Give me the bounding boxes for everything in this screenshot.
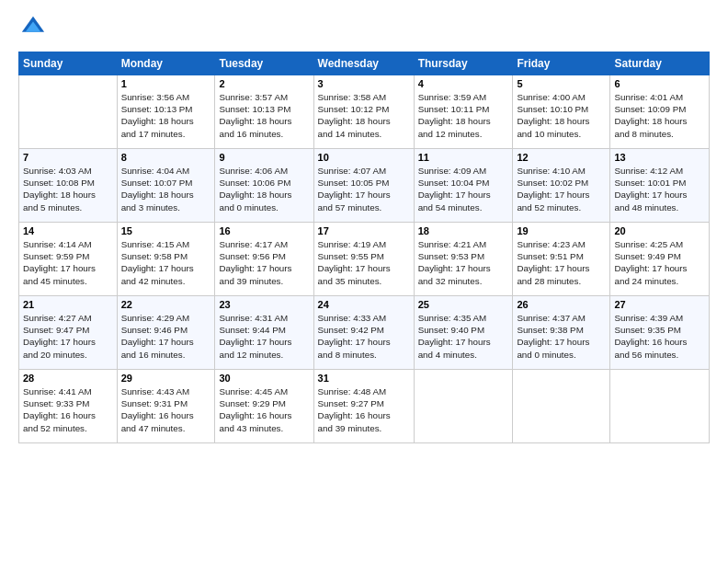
day-cell: 13Sunrise: 4:12 AM Sunset: 10:01 PM Dayl… <box>610 149 710 223</box>
day-cell: 20Sunrise: 4:25 AM Sunset: 9:49 PM Dayli… <box>610 223 710 296</box>
header-row: SundayMondayTuesdayWednesdayThursdayFrid… <box>19 52 710 75</box>
day-cell: 15Sunrise: 4:15 AM Sunset: 9:58 PM Dayli… <box>117 223 215 296</box>
day-number: 18 <box>418 225 509 236</box>
col-header-tuesday: Tuesday <box>215 52 313 75</box>
day-info: Sunrise: 4:25 AM Sunset: 9:49 PM Dayligh… <box>614 238 705 287</box>
day-cell: 2Sunrise: 3:57 AM Sunset: 10:13 PM Dayli… <box>215 75 313 149</box>
day-cell: 3Sunrise: 3:58 AM Sunset: 10:12 PM Dayli… <box>313 75 414 149</box>
day-cell <box>610 370 710 443</box>
day-info: Sunrise: 4:29 AM Sunset: 9:46 PM Dayligh… <box>121 312 211 361</box>
day-info: Sunrise: 4:04 AM Sunset: 10:07 PM Daylig… <box>121 165 211 213</box>
logo-icon <box>20 15 46 40</box>
day-number: 10 <box>318 152 410 163</box>
day-cell: 9Sunrise: 4:06 AM Sunset: 10:06 PM Dayli… <box>215 149 313 223</box>
day-cell: 8Sunrise: 4:04 AM Sunset: 10:07 PM Dayli… <box>117 149 215 223</box>
day-cell: 25Sunrise: 4:35 AM Sunset: 9:40 PM Dayli… <box>414 296 513 370</box>
day-cell <box>19 75 118 149</box>
day-number: 11 <box>418 152 509 163</box>
day-number: 30 <box>219 373 309 384</box>
week-row-5: 28Sunrise: 4:41 AM Sunset: 9:33 PM Dayli… <box>19 370 710 443</box>
day-info: Sunrise: 4:00 AM Sunset: 10:10 PM Daylig… <box>517 91 606 140</box>
day-cell: 27Sunrise: 4:39 AM Sunset: 9:35 PM Dayli… <box>610 296 710 370</box>
day-cell: 18Sunrise: 4:21 AM Sunset: 9:53 PM Dayli… <box>414 223 513 296</box>
day-cell <box>513 370 610 443</box>
day-info: Sunrise: 3:56 AM Sunset: 10:13 PM Daylig… <box>121 91 211 140</box>
day-number: 16 <box>219 225 309 236</box>
day-number: 23 <box>219 299 309 310</box>
day-cell: 29Sunrise: 4:43 AM Sunset: 9:31 PM Dayli… <box>117 370 215 443</box>
day-number: 15 <box>121 225 211 236</box>
day-info: Sunrise: 4:19 AM Sunset: 9:55 PM Dayligh… <box>318 238 410 287</box>
day-number: 12 <box>517 152 606 163</box>
day-number: 2 <box>219 78 309 89</box>
day-number: 29 <box>121 373 211 384</box>
day-number: 31 <box>318 373 410 384</box>
day-cell: 21Sunrise: 4:27 AM Sunset: 9:47 PM Dayli… <box>19 296 118 370</box>
day-cell: 31Sunrise: 4:48 AM Sunset: 9:27 PM Dayli… <box>313 370 414 443</box>
day-number: 8 <box>121 152 211 163</box>
day-info: Sunrise: 4:43 AM Sunset: 9:31 PM Dayligh… <box>121 385 211 434</box>
week-row-1: 1Sunrise: 3:56 AM Sunset: 10:13 PM Dayli… <box>19 75 710 149</box>
day-number: 14 <box>23 225 113 236</box>
day-info: Sunrise: 4:07 AM Sunset: 10:05 PM Daylig… <box>318 165 410 213</box>
col-header-friday: Friday <box>513 52 610 75</box>
day-info: Sunrise: 4:10 AM Sunset: 10:02 PM Daylig… <box>517 165 606 213</box>
day-info: Sunrise: 4:15 AM Sunset: 9:58 PM Dayligh… <box>121 238 211 287</box>
day-cell: 26Sunrise: 4:37 AM Sunset: 9:38 PM Dayli… <box>513 296 610 370</box>
day-info: Sunrise: 4:03 AM Sunset: 10:08 PM Daylig… <box>23 165 113 213</box>
day-number: 13 <box>614 152 705 163</box>
day-number: 26 <box>517 299 606 310</box>
day-info: Sunrise: 4:33 AM Sunset: 9:42 PM Dayligh… <box>318 312 410 361</box>
day-info: Sunrise: 4:06 AM Sunset: 10:06 PM Daylig… <box>219 165 309 213</box>
day-cell: 12Sunrise: 4:10 AM Sunset: 10:02 PM Dayl… <box>513 149 610 223</box>
day-info: Sunrise: 4:21 AM Sunset: 9:53 PM Dayligh… <box>418 238 509 287</box>
day-cell <box>414 370 513 443</box>
col-header-monday: Monday <box>117 52 215 75</box>
day-number: 1 <box>121 78 211 89</box>
day-info: Sunrise: 4:09 AM Sunset: 10:04 PM Daylig… <box>418 165 509 213</box>
logo <box>18 15 46 44</box>
week-row-4: 21Sunrise: 4:27 AM Sunset: 9:47 PM Dayli… <box>19 296 710 370</box>
day-number: 19 <box>517 225 606 236</box>
day-cell: 16Sunrise: 4:17 AM Sunset: 9:56 PM Dayli… <box>215 223 313 296</box>
day-cell: 22Sunrise: 4:29 AM Sunset: 9:46 PM Dayli… <box>117 296 215 370</box>
day-number: 21 <box>23 299 113 310</box>
day-number: 20 <box>614 225 705 236</box>
day-number: 6 <box>614 78 705 89</box>
day-info: Sunrise: 4:14 AM Sunset: 9:59 PM Dayligh… <box>23 238 113 287</box>
day-info: Sunrise: 4:17 AM Sunset: 9:56 PM Dayligh… <box>219 238 309 287</box>
day-info: Sunrise: 4:37 AM Sunset: 9:38 PM Dayligh… <box>517 312 606 361</box>
day-info: Sunrise: 3:58 AM Sunset: 10:12 PM Daylig… <box>318 91 410 140</box>
day-info: Sunrise: 4:31 AM Sunset: 9:44 PM Dayligh… <box>219 312 309 361</box>
day-number: 22 <box>121 299 211 310</box>
day-number: 4 <box>418 78 509 89</box>
day-cell: 28Sunrise: 4:41 AM Sunset: 9:33 PM Dayli… <box>19 370 118 443</box>
day-info: Sunrise: 4:01 AM Sunset: 10:09 PM Daylig… <box>614 91 705 140</box>
day-cell: 30Sunrise: 4:45 AM Sunset: 9:29 PM Dayli… <box>215 370 313 443</box>
day-info: Sunrise: 3:57 AM Sunset: 10:13 PM Daylig… <box>219 91 309 140</box>
day-cell: 4Sunrise: 3:59 AM Sunset: 10:11 PM Dayli… <box>414 75 513 149</box>
header <box>18 15 710 44</box>
day-info: Sunrise: 3:59 AM Sunset: 10:11 PM Daylig… <box>418 91 509 140</box>
day-cell: 14Sunrise: 4:14 AM Sunset: 9:59 PM Dayli… <box>19 223 118 296</box>
day-number: 5 <box>517 78 606 89</box>
day-cell: 19Sunrise: 4:23 AM Sunset: 9:51 PM Dayli… <box>513 223 610 296</box>
day-cell: 17Sunrise: 4:19 AM Sunset: 9:55 PM Dayli… <box>313 223 414 296</box>
day-number: 17 <box>318 225 410 236</box>
week-row-2: 7Sunrise: 4:03 AM Sunset: 10:08 PM Dayli… <box>19 149 710 223</box>
day-number: 3 <box>318 78 410 89</box>
day-cell: 1Sunrise: 3:56 AM Sunset: 10:13 PM Dayli… <box>117 75 215 149</box>
day-info: Sunrise: 4:23 AM Sunset: 9:51 PM Dayligh… <box>517 238 606 287</box>
col-header-wednesday: Wednesday <box>313 52 414 75</box>
page: SundayMondayTuesdayWednesdayThursdayFrid… <box>0 0 728 458</box>
day-info: Sunrise: 4:35 AM Sunset: 9:40 PM Dayligh… <box>418 312 509 361</box>
day-info: Sunrise: 4:48 AM Sunset: 9:27 PM Dayligh… <box>318 385 410 434</box>
day-number: 9 <box>219 152 309 163</box>
day-info: Sunrise: 4:41 AM Sunset: 9:33 PM Dayligh… <box>23 385 113 434</box>
day-cell: 10Sunrise: 4:07 AM Sunset: 10:05 PM Dayl… <box>313 149 414 223</box>
day-cell: 11Sunrise: 4:09 AM Sunset: 10:04 PM Dayl… <box>414 149 513 223</box>
day-info: Sunrise: 4:27 AM Sunset: 9:47 PM Dayligh… <box>23 312 113 361</box>
day-number: 27 <box>614 299 705 310</box>
day-number: 28 <box>23 373 113 384</box>
day-cell: 23Sunrise: 4:31 AM Sunset: 9:44 PM Dayli… <box>215 296 313 370</box>
